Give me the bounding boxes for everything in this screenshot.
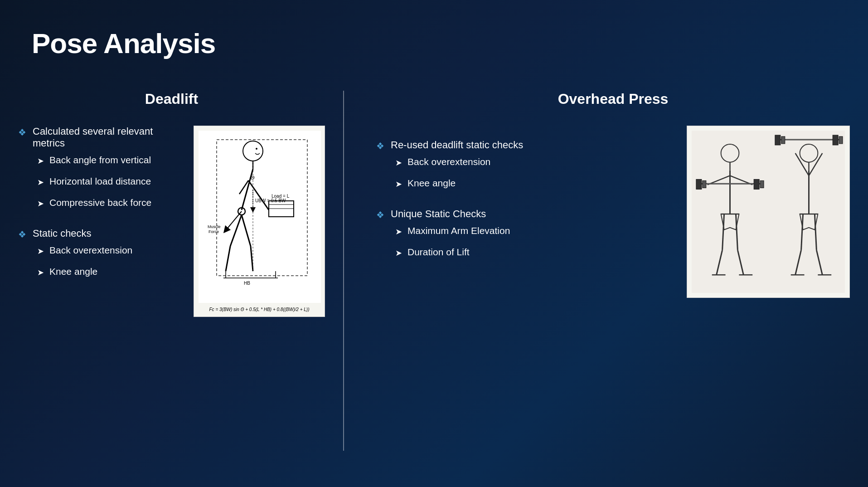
deadlift-bullets: ❖ Calculated several relevant metrics ➤ … bbox=[18, 126, 180, 297]
svg-rect-42 bbox=[696, 179, 702, 189]
overhead-content: ❖ Re-used deadlift static checks ➤ Back … bbox=[376, 126, 850, 298]
svg-rect-59 bbox=[775, 135, 781, 145]
overhead-panel: Overhead Press ❖ Re-used deadlift static… bbox=[358, 91, 868, 298]
bullet-static-text: Static checks bbox=[33, 228, 92, 239]
arrow-icon-5: ➤ bbox=[37, 268, 44, 278]
sub-arm-elevation-text: Maximum Arm Elevation bbox=[407, 225, 510, 236]
overhead-title: Overhead Press bbox=[376, 91, 850, 107]
sub-knee-angle-right-text: Knee angle bbox=[407, 178, 456, 189]
arrow-icon-7: ➤ bbox=[395, 179, 402, 189]
diamond-icon-2: ❖ bbox=[18, 229, 26, 240]
bullet-unique: ❖ Unique Static Checks ➤ Maximum Arm Ele… bbox=[376, 208, 669, 268]
arrow-icon-2: ➤ bbox=[37, 177, 44, 187]
arrow-icon-3: ➤ bbox=[37, 199, 44, 209]
bullet-unique-text: Unique Static Checks bbox=[391, 208, 486, 219]
sub-duration-text: Duration of Lift bbox=[407, 247, 470, 258]
arrow-icon-8: ➤ bbox=[395, 227, 402, 237]
arrow-icon-4: ➤ bbox=[37, 246, 44, 256]
svg-rect-60 bbox=[781, 136, 785, 144]
diamond-icon-1: ❖ bbox=[18, 127, 26, 138]
overhead-bullets: ❖ Re-used deadlift static checks ➤ Back … bbox=[376, 139, 669, 277]
sub-horiz-load: ➤ Horizontal load distance bbox=[37, 176, 180, 187]
sub-back-overext-left: ➤ Back overextension bbox=[37, 245, 132, 256]
reused-sub-list: ➤ Back overextension ➤ Knee angle bbox=[395, 156, 523, 189]
bullet-reused-text: Re-used deadlift static checks bbox=[391, 139, 523, 151]
sub-knee-angle-left: ➤ Knee angle bbox=[37, 266, 132, 278]
arrow-icon-9: ➤ bbox=[395, 248, 402, 258]
bullet-metrics: ❖ Calculated several relevant metrics ➤ … bbox=[18, 126, 180, 219]
svg-text:HB: HB bbox=[244, 281, 250, 286]
bullet-static: ❖ Static checks ➤ Back overextension ➤ K… bbox=[18, 228, 180, 287]
static-sub-list: ➤ Back overextension ➤ Knee angle bbox=[37, 245, 132, 278]
overhead-diagram bbox=[687, 126, 850, 298]
deadlift-content: ❖ Calculated several relevant metrics ➤ … bbox=[18, 126, 325, 317]
deadlift-diagram: Θ Load = L bbox=[194, 126, 325, 317]
diamond-icon-3: ❖ bbox=[376, 141, 384, 151]
sub-knee-angle-left-text: Knee angle bbox=[49, 266, 97, 277]
arrow-icon-6: ➤ bbox=[395, 158, 402, 168]
sub-duration: ➤ Duration of Lift bbox=[395, 247, 510, 258]
sub-back-overext-right: ➤ Back overextension bbox=[395, 156, 523, 168]
bullet-reused: ❖ Re-used deadlift static checks ➤ Back … bbox=[376, 139, 669, 199]
sub-horiz-load-text: Horizontal load distance bbox=[49, 176, 151, 187]
overhead-diagram-svg bbox=[692, 130, 845, 293]
metrics-sub-list: ➤ Back angle from vertical ➤ Horizontal … bbox=[37, 155, 180, 209]
deadlift-formula: Fc = 3(BW) sin Θ + 0.5(L * HB) + 0.8((BW… bbox=[199, 307, 320, 312]
svg-rect-45 bbox=[760, 180, 764, 188]
sub-compress: ➤ Compressive back force bbox=[37, 197, 180, 209]
section-divider bbox=[343, 91, 344, 451]
svg-text:UBW = 0.5 BW: UBW = 0.5 BW bbox=[255, 198, 286, 203]
sub-arm-elevation: ➤ Maximum Arm Elevation bbox=[395, 225, 510, 237]
unique-sub-list: ➤ Maximum Arm Elevation ➤ Duration of Li… bbox=[395, 225, 510, 258]
svg-rect-62 bbox=[839, 136, 843, 144]
sub-back-angle-text: Back angle from vertical bbox=[49, 155, 151, 166]
page-title: Pose Analysis bbox=[32, 27, 215, 59]
svg-rect-44 bbox=[754, 179, 759, 189]
deadlift-title: Deadlift bbox=[18, 91, 325, 107]
arrow-icon-1: ➤ bbox=[37, 156, 44, 166]
sub-compress-text: Compressive back force bbox=[49, 197, 151, 208]
sub-back-overext-right-text: Back overextension bbox=[407, 156, 490, 167]
sub-knee-angle-right: ➤ Knee angle bbox=[395, 178, 523, 189]
deadlift-panel: Deadlift ❖ Calculated several relevant m… bbox=[0, 91, 343, 317]
sub-back-angle: ➤ Back angle from vertical bbox=[37, 155, 180, 166]
sub-back-overext-left-text: Back overextension bbox=[49, 245, 132, 256]
svg-rect-43 bbox=[703, 180, 706, 188]
svg-rect-61 bbox=[833, 135, 838, 145]
svg-text:Muscle: Muscle bbox=[208, 224, 221, 229]
svg-point-3 bbox=[256, 148, 257, 150]
bullet-metrics-text: Calculated several relevant metrics bbox=[33, 126, 153, 149]
deadlift-diagram-svg: Θ Load = L bbox=[199, 131, 321, 303]
diamond-icon-4: ❖ bbox=[376, 209, 384, 220]
svg-text:Force: Force bbox=[209, 229, 219, 234]
